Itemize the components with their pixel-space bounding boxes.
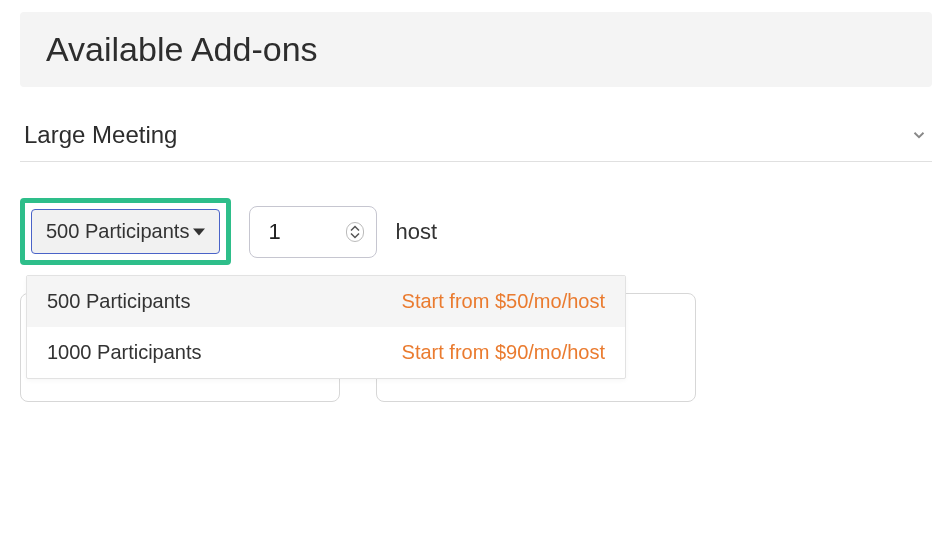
option-label: 1000 Participants [47,341,202,364]
dropdown-option-500[interactable]: 500 Participants Start from $50/mo/host [27,276,625,327]
stepper-buttons [346,222,364,242]
stepper-up-icon[interactable] [350,225,360,232]
quantity-stepper[interactable]: 1 [249,206,377,258]
option-label: 500 Participants [47,290,190,313]
dropdown-selected-label: 500 Participants [46,220,189,243]
chevron-down-icon[interactable] [910,126,928,144]
highlight-box: 500 Participants [20,198,231,265]
option-price: Start from $50/mo/host [402,290,605,313]
participants-dropdown-menu: 500 Participants Start from $50/mo/host … [26,275,626,379]
header-bar: Available Add-ons [20,12,932,87]
controls-row: 500 Participants 1 host [20,198,932,265]
page-title: Available Add-ons [46,30,906,69]
participants-dropdown[interactable]: 500 Participants [31,209,220,254]
stepper-down-icon[interactable] [350,232,360,239]
option-price: Start from $90/mo/host [402,341,605,364]
dropdown-option-1000[interactable]: 1000 Participants Start from $90/mo/host [27,327,625,378]
section-header-row[interactable]: Large Meeting [20,117,932,162]
section-title: Large Meeting [24,121,177,149]
unit-label: host [395,219,437,245]
quantity-value: 1 [268,219,280,245]
caret-down-icon [193,226,205,238]
